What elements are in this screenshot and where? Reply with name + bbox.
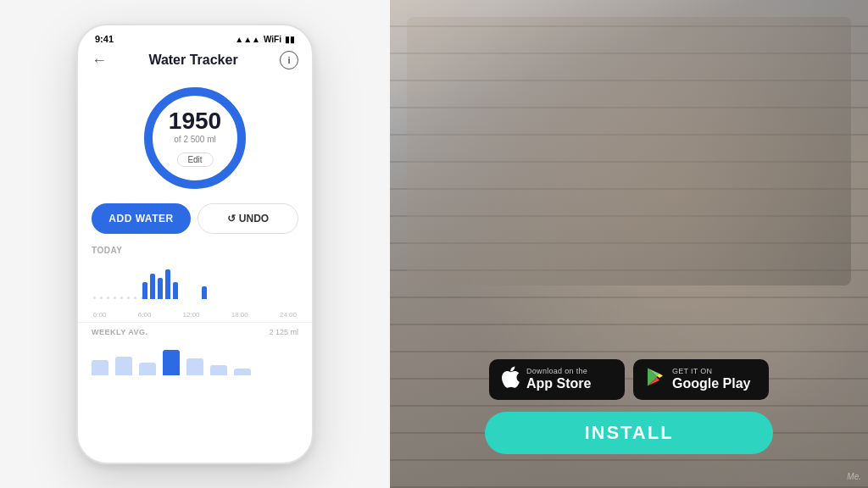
left-panel: 9:41 ▲▲▲ WiFi ▮▮ ← Water Tracker i xyxy=(0,0,390,488)
chart-bar xyxy=(150,274,155,299)
signal-icon: ▲▲▲ xyxy=(235,35,260,44)
install-button[interactable]: INSTALL xyxy=(485,412,773,454)
store-buttons: Download on the App Store xyxy=(489,359,769,400)
water-goal: of 2 500 ml xyxy=(169,135,221,144)
people-area xyxy=(407,17,851,286)
google-play-text: GET IT ON Google Play xyxy=(672,367,750,391)
weekly-value: 2 125 ml xyxy=(269,328,298,336)
app-store-bottom-text: App Store xyxy=(526,375,591,391)
undo-label: UNDO xyxy=(239,213,269,225)
chart-bar xyxy=(165,269,170,299)
google-play-icon xyxy=(645,367,665,392)
google-play-bottom-text: Google Play xyxy=(672,375,750,391)
weekly-bar-5 xyxy=(186,358,203,375)
time-label-0: 0:00 xyxy=(93,311,107,319)
undo-button[interactable]: ↺ UNDO xyxy=(198,203,298,234)
chart-dot xyxy=(93,297,96,299)
weekly-bar-2 xyxy=(115,357,132,375)
chart-dot xyxy=(120,297,123,299)
weekly-header: WEEKLY AVG. 2 125 ml xyxy=(92,328,298,336)
chart-bar xyxy=(202,286,207,299)
weekly-label: WEEKLY AVG. xyxy=(92,328,148,336)
chart-time-labels: 0:00 6:00 12:00 18:00 24:00 xyxy=(92,311,298,319)
weekly-bar-1 xyxy=(92,360,108,375)
today-chart xyxy=(92,260,298,311)
weekly-bar-4 xyxy=(163,350,180,375)
watermark: Me. xyxy=(847,472,861,481)
water-amount: 1950 xyxy=(169,109,221,133)
today-label: TODAY xyxy=(92,246,298,255)
time-label-12: 12:00 xyxy=(183,311,200,319)
right-content: Download on the App Store xyxy=(390,359,868,454)
edit-button[interactable]: Edit xyxy=(176,152,213,167)
google-play-button[interactable]: GET IT ON Google Play xyxy=(633,359,769,400)
progress-circle-container: 1950 of 2 500 ml Edit xyxy=(78,76,312,197)
progress-circle: 1950 of 2 500 ml Edit xyxy=(140,83,250,193)
time-label-24: 24:00 xyxy=(280,311,297,319)
chart-dot xyxy=(107,297,109,299)
chart-dot xyxy=(127,297,130,299)
app-store-text: Download on the App Store xyxy=(526,367,591,391)
weekly-bar-7 xyxy=(234,369,251,375)
google-play-top-text: GET IT ON xyxy=(672,367,750,375)
action-buttons: ADD WATER ↺ UNDO xyxy=(78,197,312,241)
weekly-bar-3 xyxy=(139,363,156,375)
weekly-bars xyxy=(92,341,298,375)
screen-title: Water Tracker xyxy=(148,53,237,68)
right-panel: Download on the App Store xyxy=(390,0,868,488)
chart-bar xyxy=(158,278,163,299)
chart-dot xyxy=(114,297,116,299)
chart-dot xyxy=(100,297,103,299)
app-store-button[interactable]: Download on the App Store xyxy=(489,359,625,400)
circle-text: 1950 of 2 500 ml Edit xyxy=(169,109,221,167)
weekly-section: WEEKLY AVG. 2 125 ml xyxy=(78,322,312,375)
phone-header: ← Water Tracker i xyxy=(78,47,312,76)
undo-icon: ↺ xyxy=(227,213,236,225)
chart-bar xyxy=(173,282,178,299)
chart-dot xyxy=(134,297,136,299)
app-store-top-text: Download on the xyxy=(526,367,591,375)
weekly-bar-6 xyxy=(210,365,227,375)
add-water-button[interactable]: ADD WATER xyxy=(92,203,191,234)
today-section: TODAY xyxy=(78,241,312,319)
status-time: 9:41 xyxy=(95,34,114,44)
battery-icon: ▮▮ xyxy=(285,35,295,44)
main-container: 9:41 ▲▲▲ WiFi ▮▮ ← Water Tracker i xyxy=(0,0,868,488)
phone-mockup: 9:41 ▲▲▲ WiFi ▮▮ ← Water Tracker i xyxy=(76,24,314,464)
apple-icon xyxy=(501,366,520,393)
time-label-18: 18:00 xyxy=(231,311,248,319)
wifi-icon: WiFi xyxy=(264,35,281,44)
status-bar: 9:41 ▲▲▲ WiFi ▮▮ xyxy=(78,25,312,47)
info-button[interactable]: i xyxy=(280,51,298,69)
back-arrow-icon[interactable]: ← xyxy=(92,52,107,69)
chart-bar xyxy=(142,282,147,299)
time-label-6: 6:00 xyxy=(138,311,152,319)
status-icons: ▲▲▲ WiFi ▮▮ xyxy=(235,35,295,44)
